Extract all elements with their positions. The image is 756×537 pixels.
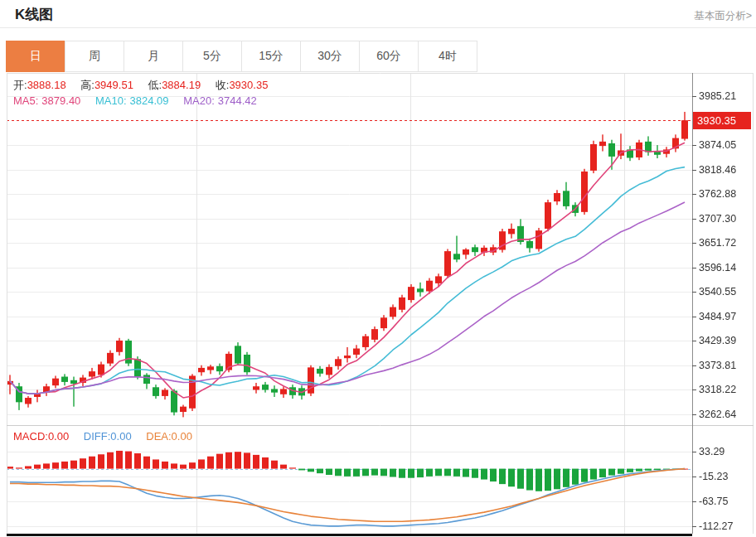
y-axis-label: 3373.81 (699, 359, 752, 372)
high-value: 3949.51 (94, 79, 133, 91)
dea-value: 0.00 (172, 430, 192, 443)
diff-value: 0.00 (110, 430, 131, 443)
macd-axis-label: -63.75 (699, 495, 752, 508)
y-axis-label: 3985.21 (699, 90, 752, 103)
y-axis-label: 3484.97 (699, 310, 752, 323)
y-axis-label: 3429.39 (699, 334, 752, 347)
y-axis-label: 3874.05 (699, 138, 752, 152)
ohlc-legend: 开:3888.18 高:3949.51 低:3884.19 收:3930.35 (13, 78, 268, 93)
y-axis-label: 3818.46 (699, 163, 752, 177)
macd-axis-label: -15.23 (699, 470, 752, 483)
close-label: 收: (216, 79, 230, 91)
ma10-value: 3824.09 (130, 94, 169, 107)
y-axis-label: 3762.88 (699, 187, 752, 201)
macd-label: MACD: (13, 430, 48, 443)
y-axis-label: 3596.14 (699, 261, 752, 274)
y-axis-label: 3651.72 (699, 236, 752, 249)
ma20-label: MA20: (183, 94, 215, 107)
open-label: 开: (13, 79, 27, 91)
low-value: 3884.19 (162, 79, 201, 91)
macd-axis-label: 33.29 (699, 445, 752, 458)
ma10-label: MA10: (95, 94, 127, 107)
close-value: 3930.35 (229, 79, 268, 91)
kline-widget: K线图 基本面分析> 日周月5分15分30分60分4时 开:3888.18 高:… (0, 0, 756, 537)
low-label: 低: (148, 79, 162, 91)
macd-axis-label: -112.27 (699, 520, 752, 533)
ma5-value: 3879.40 (41, 94, 80, 107)
diff-label: DIFF: (84, 430, 111, 443)
dea-label: DEA: (146, 430, 171, 443)
ma5-label: MA5: (13, 94, 38, 107)
ma-legend: MA5:3879.40 MA10:3824.09 MA20:3744.42 (13, 94, 257, 107)
high-label: 高: (80, 79, 94, 91)
y-axis-label: 3318.22 (699, 383, 752, 396)
macd-legend: MACD:0.00 DIFF:0.00 DEA:0.00 (13, 430, 192, 443)
last-price-tag: 3930.35 (693, 112, 751, 129)
ma20-value: 3744.42 (218, 94, 257, 107)
macd-value: 0.00 (48, 430, 69, 443)
y-axis-label: 3540.55 (699, 285, 752, 298)
y-axis-label: 3707.30 (699, 212, 752, 225)
y-axis-label: 3262.64 (699, 408, 752, 421)
open-value: 3888.18 (27, 79, 66, 91)
